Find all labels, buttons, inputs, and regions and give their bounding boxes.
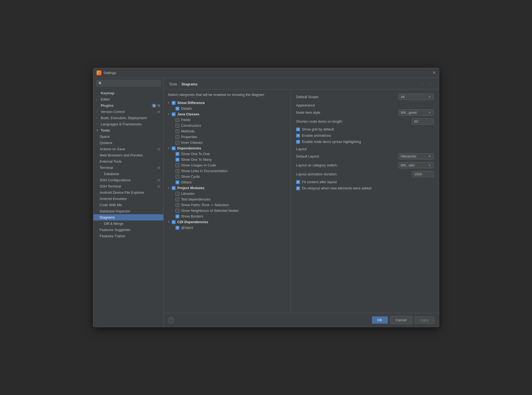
- category-libraries[interactable]: Libraries: [166, 191, 290, 196]
- sidebar-item-editor[interactable]: › Editor: [93, 96, 163, 102]
- cancel-button[interactable]: Cancel: [390, 316, 412, 324]
- category-properties[interactable]: Properties: [166, 134, 290, 140]
- category-dependencies[interactable]: ▾ Dependencies: [166, 145, 290, 151]
- close-button[interactable]: ✕: [432, 70, 436, 75]
- plugins-badge: 1: [152, 104, 156, 108]
- sidebar-item-keymap[interactable]: Keymap: [93, 90, 163, 96]
- category-show-neighbours[interactable]: Show Neighbours of Selected Nodes: [166, 208, 290, 213]
- ok-button[interactable]: OK: [372, 316, 388, 324]
- checkbox-cdi-dependencies[interactable]: [172, 220, 176, 224]
- checkbox-show-difference[interactable]: [172, 101, 176, 105]
- checkbox-show-cyclic[interactable]: [176, 175, 179, 179]
- default-layout-dropdown[interactable]: Hierarchic ▼: [398, 153, 434, 159]
- sidebar-item-android-device[interactable]: Android Device File Explorer: [93, 189, 163, 196]
- checkbox-constructors[interactable]: [176, 124, 179, 128]
- checkbox-dependencies[interactable]: [172, 146, 176, 150]
- layout-animation-input[interactable]: [412, 171, 434, 177]
- layout-category-dropdown[interactable]: Wit...uter ▼: [398, 162, 434, 168]
- category-project-modules[interactable]: ▾ Project Modules: [166, 185, 290, 191]
- sidebar-item-plugins[interactable]: Plugins 1 ⊟: [93, 102, 163, 109]
- sidebar-item-qodana[interactable]: Qodana: [93, 140, 163, 146]
- checkbox-show-one-to-one[interactable]: [176, 152, 179, 156]
- checkbox-details[interactable]: [176, 107, 179, 111]
- checkbox-show-borders[interactable]: [176, 215, 179, 218]
- category-show-one-to-many[interactable]: Show One To Many: [166, 157, 290, 162]
- checkbox-java-classes[interactable]: [172, 112, 176, 116]
- checkbox-enable-animations[interactable]: [296, 134, 300, 138]
- checkbox-others[interactable]: [176, 180, 179, 184]
- category-show-one-to-one[interactable]: Show One To One: [166, 151, 290, 157]
- enable-animations-row[interactable]: Enable animations: [296, 133, 434, 138]
- category-java-classes[interactable]: ▾ Java Classes: [166, 111, 290, 117]
- fit-content-row[interactable]: Fit content after layout: [296, 180, 434, 184]
- checkbox-fields[interactable]: [176, 118, 179, 122]
- checkbox-test-dependencies[interactable]: [176, 198, 179, 201]
- sidebar-item-terminal[interactable]: Terminal ⊟: [93, 165, 163, 171]
- category-constructors[interactable]: Constructors: [166, 123, 290, 128]
- category-others[interactable]: Others: [166, 179, 290, 185]
- checkbox-show-paths[interactable]: [176, 203, 179, 207]
- search-input[interactable]: [104, 81, 158, 85]
- category-show-borders[interactable]: Show Borders: [166, 213, 290, 219]
- category-show-difference[interactable]: ▾ Show Difference: [166, 100, 290, 106]
- checkbox-show-usages[interactable]: [176, 163, 179, 167]
- sidebar-item-diagrams[interactable]: Diagrams: [93, 214, 163, 220]
- checkbox-enable-syntax[interactable]: [296, 140, 300, 144]
- sidebar-item-tools[interactable]: ▾ Tools: [93, 127, 163, 133]
- sidebar-item-web-browsers[interactable]: Web Browsers and Preview: [93, 152, 163, 158]
- apply-button[interactable]: Apply: [414, 316, 435, 324]
- node-item-style-dropdown[interactable]: Wit...gned ▼: [398, 109, 434, 116]
- category-test-dependencies[interactable]: Test dependencies: [166, 196, 290, 202]
- sidebar-item-ssh-configurations[interactable]: SSH Configurations ⊟: [93, 177, 163, 183]
- sidebar-item-database[interactable]: › Database: [93, 171, 163, 177]
- sidebar-item-features-trainer[interactable]: Features Trainer: [93, 233, 163, 239]
- checkbox-methods[interactable]: [176, 129, 179, 133]
- category-fields[interactable]: Fields: [166, 117, 290, 123]
- sidebar-item-actions-on-save[interactable]: Actions on Save ⊟: [93, 146, 163, 152]
- sidebar-item-android-emulator[interactable]: Android Emulator: [93, 196, 163, 202]
- help-button[interactable]: ?: [168, 317, 174, 323]
- sidebar-item-database-inspector[interactable]: Database Inspector: [93, 208, 163, 214]
- shorten-input[interactable]: [412, 118, 434, 125]
- default-scope-dropdown[interactable]: All ▼: [398, 94, 434, 100]
- category-show-links[interactable]: Show Links In Documentation: [166, 168, 290, 174]
- sidebar-item-code-with-me[interactable]: Code With Me: [93, 202, 163, 208]
- checkbox-project-modules[interactable]: [172, 186, 176, 190]
- category-methods[interactable]: Methods: [166, 128, 290, 134]
- sidebar-item-build[interactable]: › Build, Execution, Deployment: [93, 115, 163, 121]
- category-inject[interactable]: @Inject: [166, 225, 290, 230]
- category-show-usages[interactable]: Show Usages In Code: [166, 162, 290, 168]
- settings-panel: Default Scope: All ▼ Appearance Node ite…: [291, 89, 439, 313]
- back-arrow[interactable]: ←: [419, 81, 425, 87]
- checkbox-inner-classes[interactable]: [176, 141, 179, 145]
- category-show-cyclic[interactable]: Show Cyclic: [166, 174, 290, 179]
- checkbox-fit-content[interactable]: [296, 180, 300, 184]
- sidebar-item-external-tools[interactable]: External Tools: [93, 158, 163, 165]
- sidebar-item-ssh-terminal[interactable]: SSH Terminal ⊟: [93, 183, 163, 189]
- checkbox-show-neighbours[interactable]: [176, 209, 179, 213]
- category-label: Java Classes: [177, 112, 200, 116]
- enable-syntax-row[interactable]: Enable node items syntax highlighting: [296, 140, 434, 144]
- checkbox-libraries[interactable]: [176, 192, 179, 196]
- sidebar-item-diff-merge[interactable]: › Diff & Merge: [93, 220, 163, 227]
- checkbox-show-links[interactable]: [176, 169, 179, 173]
- sidebar-item-features-suggester[interactable]: Features Suggester: [93, 227, 163, 233]
- checkbox-inject[interactable]: [176, 226, 179, 230]
- sidebar-item-version-control[interactable]: › Version Control ⊟: [93, 109, 163, 115]
- checkbox-do-relayout[interactable]: [296, 186, 300, 190]
- checkbox-show-one-to-many[interactable]: [176, 158, 179, 162]
- sidebar-item-space[interactable]: Space: [93, 133, 163, 140]
- forward-arrow[interactable]: →: [427, 81, 434, 87]
- do-relayout-row[interactable]: Do relayout when new elements were added: [296, 186, 434, 190]
- category-inner-classes[interactable]: Inner Classes: [166, 140, 290, 145]
- search-box[interactable]: 🔍: [96, 80, 161, 87]
- show-grid-row[interactable]: Show grid by default: [296, 127, 434, 131]
- node-item-style-value: Wit...gned: [401, 111, 417, 115]
- category-show-paths[interactable]: Show Paths: Root -> Selection: [166, 202, 290, 208]
- layout-category-value: Wit...uter: [401, 163, 415, 167]
- sidebar-item-languages[interactable]: › Languages & Frameworks: [93, 121, 163, 127]
- checkbox-properties[interactable]: [176, 135, 179, 139]
- checkbox-show-grid[interactable]: [296, 128, 300, 131]
- category-details[interactable]: Details: [166, 106, 290, 111]
- category-cdi-dependencies[interactable]: ▾ CDI Dependencies: [166, 219, 290, 225]
